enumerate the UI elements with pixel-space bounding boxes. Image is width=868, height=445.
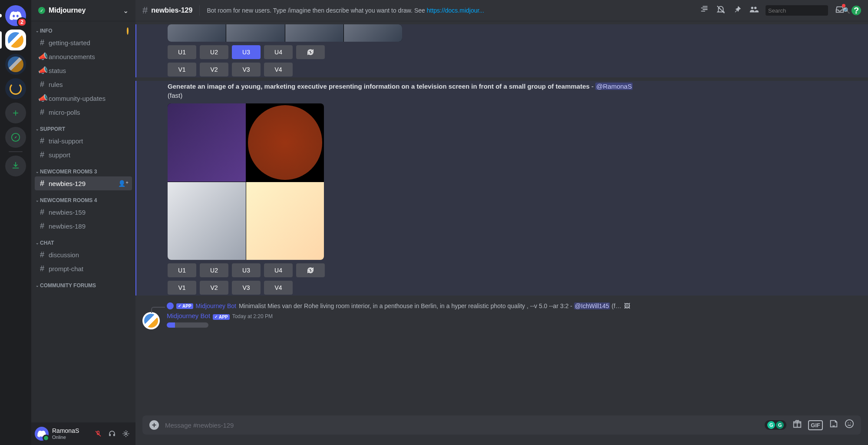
hash-icon: # xyxy=(38,150,46,159)
inbox-button[interactable] xyxy=(835,5,845,17)
generated-image-grid[interactable] xyxy=(168,103,324,260)
v4-button[interactable]: V4 xyxy=(264,63,293,76)
channel-trial-support[interactable]: #trial-support xyxy=(35,134,132,148)
v3-button[interactable]: V3 xyxy=(232,63,261,76)
user-info[interactable]: RamonaS Online xyxy=(52,428,89,439)
gif-button[interactable]: GIF xyxy=(808,420,823,430)
mute-button[interactable] xyxy=(92,428,104,440)
help-button[interactable]: ? xyxy=(851,6,861,15)
upscale-row: U1 U2 U3 U4 xyxy=(168,263,847,277)
app-tag: ✓APP xyxy=(176,303,193,309)
members-icon xyxy=(749,5,759,14)
messages-scroll[interactable]: U1 U2 U3 U4 V1 V2 V3 V4 Generate an imag… xyxy=(135,21,868,415)
grammarly-dot-icon: G xyxy=(767,421,775,429)
u3-button[interactable]: U3 xyxy=(232,45,261,59)
channel-list[interactable]: ⌄INFO #getting-started 📣announcements 📣s… xyxy=(31,21,135,422)
variation-row: V1 V2 V3 V4 xyxy=(168,63,847,76)
deafen-button[interactable] xyxy=(106,428,118,440)
gen-image-2[interactable] xyxy=(248,105,323,180)
generated-image-strip[interactable] xyxy=(168,24,402,42)
v4-button[interactable]: V4 xyxy=(264,281,293,295)
refresh-icon xyxy=(307,48,314,56)
topic-link[interactable]: https://docs.midjour... xyxy=(427,7,484,14)
hash-lock-icon: # xyxy=(142,5,148,16)
reply-avatar xyxy=(167,302,174,309)
u2-button[interactable]: U2 xyxy=(200,45,228,59)
category-community-forums[interactable]: ⌄COMMUNITY FORUMS xyxy=(35,276,132,290)
channel-topic[interactable]: Bot room for new users. Type /imagine th… xyxy=(207,7,696,14)
channel-micro-polls[interactable]: #micro-polls xyxy=(35,105,132,119)
channel-rules[interactable]: #rules xyxy=(35,77,132,91)
channel-newbies-129[interactable]: #newbies-129👤⁺ xyxy=(35,176,132,190)
category-chat[interactable]: ⌄CHAT xyxy=(35,233,132,248)
channel-status[interactable]: 📣status xyxy=(35,63,132,77)
bot-avatar[interactable] xyxy=(142,312,160,329)
invite-icon[interactable]: 👤⁺ xyxy=(118,180,129,187)
search-box[interactable]: 🔍 xyxy=(766,5,828,16)
attach-button[interactable]: + xyxy=(149,420,159,430)
channel-support[interactable]: #support xyxy=(35,148,132,162)
server-midjourney[interactable] xyxy=(5,30,26,50)
search-input[interactable] xyxy=(768,7,841,14)
v1-button[interactable]: V1 xyxy=(168,63,196,76)
u3-button[interactable]: U3 xyxy=(232,263,261,277)
v3-button[interactable]: V3 xyxy=(232,281,261,295)
u1-button[interactable]: U1 xyxy=(168,263,196,277)
collapse-arrow-icon: ⌄ xyxy=(36,169,39,174)
server-other-2[interactable] xyxy=(5,78,26,99)
sticker-button[interactable] xyxy=(829,419,838,431)
gift-icon xyxy=(792,419,802,428)
gen-image-4[interactable] xyxy=(246,182,324,260)
v2-button[interactable]: V2 xyxy=(200,63,228,76)
u4-button[interactable]: U4 xyxy=(264,263,293,277)
message-author[interactable]: Midjourney Bot xyxy=(167,312,210,319)
channel-prompt-chat[interactable]: #prompt-chat xyxy=(35,262,132,276)
server-other-1[interactable] xyxy=(5,54,26,75)
mention-ramonas[interactable]: @RamonaS xyxy=(595,83,633,90)
u1-button[interactable]: U1 xyxy=(168,45,196,59)
grammarly-widget[interactable]: G G xyxy=(765,420,786,430)
emoji-button[interactable] xyxy=(845,419,854,431)
message-input[interactable] xyxy=(165,422,759,429)
gen-image xyxy=(226,24,284,42)
gen-image-3[interactable] xyxy=(168,182,246,260)
channel-discussion[interactable]: #discussion xyxy=(35,248,132,262)
loading-ring-icon xyxy=(127,27,129,35)
reroll-button[interactable] xyxy=(296,45,325,59)
pinned-button[interactable] xyxy=(733,5,742,17)
add-server-button[interactable]: + xyxy=(5,103,26,123)
gift-button[interactable] xyxy=(792,419,802,431)
explore-servers-button[interactable] xyxy=(5,127,26,148)
channel-newbies-189[interactable]: #newbies-189 xyxy=(35,219,132,233)
channel-label: newbies-189 xyxy=(49,222,86,230)
user-avatar[interactable] xyxy=(35,427,49,441)
v2-button[interactable]: V2 xyxy=(200,281,228,295)
reroll-button[interactable] xyxy=(296,263,325,277)
topic-text: Bot room for new users. Type /imagine th… xyxy=(207,7,426,14)
category-support[interactable]: ⌄SUPPORT xyxy=(35,119,132,134)
dm-home-button[interactable]: 2 xyxy=(5,5,26,26)
v1-button[interactable]: V1 xyxy=(168,281,196,295)
channel-announcements[interactable]: 📣announcements xyxy=(35,50,132,63)
user-settings-button[interactable] xyxy=(120,428,132,440)
hash-lock-icon: # xyxy=(38,222,46,231)
u4-button[interactable]: U4 xyxy=(264,45,293,59)
channel-label: trial-support xyxy=(49,137,83,145)
notifications-button[interactable] xyxy=(716,5,726,17)
category-info[interactable]: ⌄INFO xyxy=(35,21,132,36)
reply-author[interactable]: Midjourney Bot xyxy=(196,302,236,309)
channel-community-updates[interactable]: 📣community-updates xyxy=(35,91,132,105)
threads-button[interactable] xyxy=(700,5,709,17)
download-apps-button[interactable] xyxy=(5,156,26,176)
channel-newbies-159[interactable]: #newbies-159 xyxy=(35,205,132,219)
gen-image xyxy=(344,24,402,42)
reply-reference[interactable]: ✓APP Midjourney Bot Minimalist Mies van … xyxy=(135,302,868,309)
category-newcomer-3[interactable]: ⌄NEWCOMER ROOMS 3 xyxy=(35,162,132,176)
gen-image-1[interactable] xyxy=(168,103,246,182)
mention-ichwill[interactable]: @IchWill145 xyxy=(574,302,610,309)
members-button[interactable] xyxy=(749,5,759,17)
category-newcomer-4[interactable]: ⌄NEWCOMER ROOMS 4 xyxy=(35,190,132,205)
server-header[interactable]: ✓ Midjourney ⌄ xyxy=(31,0,135,21)
u2-button[interactable]: U2 xyxy=(200,263,228,277)
channel-getting-started[interactable]: #getting-started xyxy=(35,36,132,50)
